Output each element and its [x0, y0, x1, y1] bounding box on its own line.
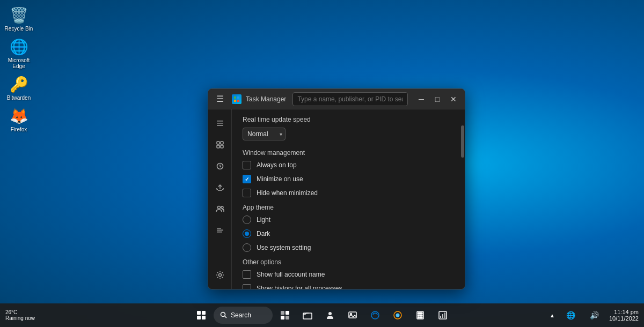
svg-rect-26 [286, 311, 289, 315]
light-theme-radio[interactable] [243, 215, 251, 224]
task-manager-window: ☰ Task Manager ─ □ ✕ [208, 88, 465, 289]
svg-rect-41 [418, 317, 419, 318]
svg-rect-0 [234, 96, 236, 99]
chevron-up-icon[interactable]: ▲ [547, 310, 558, 321]
show-history-checkbox[interactable] [243, 284, 251, 289]
taskmanager-taskbar-button[interactable] [433, 305, 453, 325]
weather-temp: 26°C [5, 309, 35, 315]
search-button[interactable]: Search [214, 307, 273, 324]
sidebar-item-startup[interactable] [210, 178, 230, 197]
dark-theme-radio[interactable] [243, 229, 251, 238]
svg-rect-7 [217, 142, 219, 144]
task-manager-content: Real time update speed Paused Low Normal… [232, 109, 460, 289]
svg-rect-1 [237, 96, 239, 99]
explorer-taskbar-button[interactable] [297, 305, 318, 325]
light-theme-item[interactable]: Light [243, 215, 450, 224]
photos-taskbar-button[interactable] [342, 305, 363, 325]
svg-rect-43 [421, 317, 422, 318]
task-manager-titlebar: ☰ Task Manager ─ □ ✕ [208, 89, 465, 109]
network-icon[interactable]: 🌐 [561, 305, 581, 325]
start-button[interactable] [191, 305, 211, 325]
dark-theme-label: Dark [257, 230, 270, 237]
svg-rect-5 [217, 123, 223, 124]
svg-rect-17 [217, 232, 222, 233]
hamburger-menu-icon[interactable]: ☰ [213, 92, 228, 107]
update-speed-dropdown[interactable]: Paused Low Normal High [243, 128, 286, 140]
app-theme-section: App theme Light Dark Use system setting [243, 204, 450, 252]
teams-taskbar-button[interactable] [320, 305, 340, 325]
clock[interactable]: 11:14 pm 10/11/2022 [609, 309, 639, 322]
system-theme-radio[interactable] [243, 243, 251, 252]
svg-rect-3 [237, 100, 239, 102]
svg-rect-40 [421, 315, 422, 316]
svg-rect-20 [202, 311, 206, 315]
always-on-top-label: Always on top [257, 161, 297, 169]
calculator-taskbar-button[interactable] [410, 305, 430, 325]
minimize-on-use-item: Minimize on use [243, 175, 450, 183]
task-manager-sidebar [208, 109, 232, 289]
svg-rect-28 [286, 316, 289, 319]
svg-rect-15 [217, 228, 221, 229]
sidebar-item-settings[interactable] [210, 265, 230, 285]
svg-rect-6 [217, 125, 223, 126]
minimize-button[interactable]: ─ [414, 92, 428, 106]
edge-taskbar-button[interactable] [365, 305, 385, 325]
sidebar-item-processes[interactable] [210, 114, 230, 133]
show-full-account-label: Show full account name [257, 271, 325, 278]
firefox-taskbar-button[interactable] [387, 305, 408, 325]
sidebar-item-users[interactable] [210, 199, 230, 219]
update-speed-dropdown-container: Paused Low Normal High [243, 128, 450, 140]
bitwarden-image: 🔑 [9, 75, 28, 94]
minimize-on-use-checkbox[interactable] [243, 175, 251, 183]
firefox-icon[interactable]: 🦊 Firefox [3, 106, 35, 132]
weather-condition: Raining now [5, 315, 35, 321]
sidebar-item-app-history[interactable] [210, 157, 230, 176]
svg-rect-10 [221, 145, 223, 148]
other-options-title: Other options [243, 258, 450, 266]
scrollbar[interactable] [460, 109, 465, 289]
task-manager-title: Task Manager [246, 95, 286, 103]
sidebar-item-performance[interactable] [210, 135, 230, 154]
hide-when-minimized-item: Hide when minimized [243, 189, 450, 197]
svg-rect-27 [281, 316, 284, 319]
task-manager-body: Real time update speed Paused Low Normal… [208, 109, 465, 289]
svg-rect-21 [197, 316, 201, 319]
firefox-label: Firefox [11, 127, 27, 132]
svg-point-30 [328, 312, 332, 315]
svg-point-33 [371, 311, 379, 319]
edge-image: 🌐 [9, 37, 28, 56]
svg-point-35 [396, 314, 400, 317]
close-button[interactable]: ✕ [447, 92, 460, 106]
system-theme-item[interactable]: Use system setting [243, 243, 450, 252]
task-view-button[interactable] [275, 305, 295, 325]
svg-rect-37 [418, 313, 422, 314]
show-full-account-checkbox[interactable] [243, 270, 251, 279]
svg-rect-39 [420, 315, 421, 316]
maximize-button[interactable]: □ [430, 92, 444, 106]
time-display: 11:14 pm [614, 309, 639, 315]
svg-rect-19 [197, 311, 201, 315]
show-history-item: Show history for all processes [243, 284, 450, 289]
dark-theme-item[interactable]: Dark [243, 229, 450, 238]
edge-icon[interactable]: 🌐 Microsoft Edge [3, 37, 35, 69]
task-manager-search[interactable] [292, 92, 408, 106]
recycle-bin-icon[interactable]: 🗑️ Recycle Bin [3, 5, 35, 32]
svg-point-23 [221, 313, 225, 317]
hide-when-minimized-checkbox[interactable] [243, 189, 251, 197]
scrollbar-thumb[interactable] [461, 125, 464, 158]
other-options-section: Other options Show full account name Sho… [243, 258, 450, 289]
svg-rect-38 [418, 315, 419, 316]
svg-point-18 [218, 274, 221, 277]
sidebar-item-details[interactable] [210, 221, 230, 240]
svg-rect-4 [217, 121, 223, 122]
bitwarden-label: Bitwarden [7, 95, 31, 101]
recycle-bin-image: 🗑️ [9, 5, 28, 25]
window-controls: ─ □ ✕ [414, 92, 460, 106]
minimize-on-use-label: Minimize on use [257, 175, 303, 183]
volume-icon[interactable]: 🔊 [584, 305, 605, 325]
bitwarden-icon[interactable]: 🔑 Bitwarden [3, 75, 35, 101]
weather-info[interactable]: 26°C Raining now [5, 309, 35, 321]
show-full-account-item: Show full account name [243, 270, 450, 279]
always-on-top-checkbox[interactable] [243, 161, 251, 169]
taskbar-right: ▲ 🌐 🔊 11:14 pm 10/11/2022 [547, 305, 639, 325]
